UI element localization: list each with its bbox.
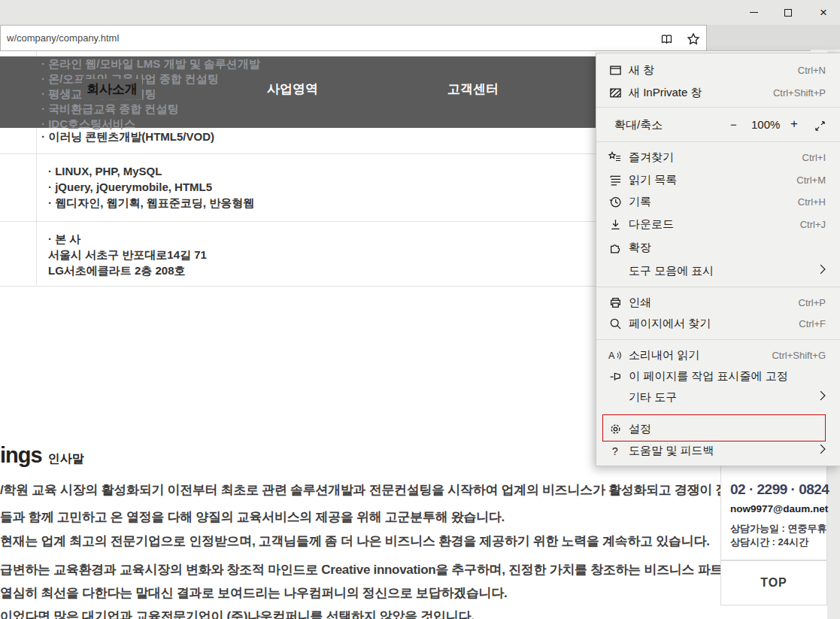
add-favorite-button[interactable] — [684, 29, 703, 48]
office-address2: LG서초에클라트 2층 208호 — [48, 264, 186, 278]
reading-list-icon — [608, 173, 622, 187]
greeting-title-en: ings — [0, 443, 42, 468]
menu-shortcut: Ctrl+M — [796, 174, 826, 186]
greeting-heading: ings 인사말 — [0, 443, 84, 468]
new-window-icon — [608, 63, 622, 77]
menu-label: 설정 — [629, 422, 651, 436]
tech-item: · jQuery, jQuerymobile, HTML5 — [48, 181, 212, 193]
service-item: · 온라인 웹/모바일 LMS 개발 및 솔루션개발 — [41, 57, 260, 71]
read-aloud-icon: A — [608, 348, 622, 362]
menu-item-read-aloud[interactable]: A 소리내어 읽기 Ctrl+Shift+G — [596, 344, 840, 366]
menu-divider — [596, 287, 840, 287]
help-question-icon: ? — [608, 444, 622, 457]
menu-item-more-tools[interactable]: 기타 도구 — [596, 386, 840, 408]
contact-email[interactable]: now9977@daum.net — [730, 503, 828, 514]
menu-item-pin-to-taskbar[interactable]: 이 페이지를 작업 표시줄에 고정 — [596, 365, 840, 387]
menu-item-history[interactable]: 기록 Ctrl+H — [596, 190, 840, 213]
nav-item-company[interactable]: 회사소개 — [82, 79, 142, 99]
minimize-button[interactable] — [737, 0, 770, 25]
greeting-paragraph: /학원 교육 시장의 활성화되기 이전부터 최초로 관련 솔루션개발과 전문컨설… — [0, 481, 757, 499]
extensions-puzzle-icon — [608, 241, 622, 254]
contact-phone: 02 · 2299 · 0824 — [730, 481, 829, 498]
menu-label: 소리내어 읽기 — [629, 348, 699, 363]
menu-item-settings[interactable]: 설정 — [596, 417, 840, 440]
reading-view-button[interactable] — [657, 29, 676, 48]
menu-shortcut: Ctrl+I — [802, 152, 826, 163]
history-clock-icon — [608, 195, 622, 208]
search-icon — [608, 317, 622, 330]
menu-divider — [596, 339, 840, 340]
fullscreen-icon[interactable] — [813, 119, 826, 132]
menu-item-print[interactable]: 인쇄 Ctrl+P — [596, 291, 840, 314]
menu-label: 즐겨찾기 — [629, 150, 674, 165]
greeting-paragraph: 이었다면 많은 대기업과 교육전문기업이 (주)나우컴퍼니를 선택하지 않았을 … — [0, 608, 475, 619]
menu-shortcut: Ctrl+Shift+G — [772, 350, 826, 361]
menu-item-zoom: 확대/축소 − 100% + — [596, 114, 840, 136]
zoom-out-button[interactable]: − — [730, 118, 737, 131]
download-icon — [608, 217, 622, 231]
menu-label: 이 페이지를 작업 표시줄에 고정 — [629, 369, 788, 384]
svg-text:?: ? — [611, 445, 617, 457]
zoom-label: 확대/축소 — [614, 118, 663, 132]
tech-item: · LINUX, PHP, MySQL — [48, 165, 162, 178]
service-item: · 이러닝 콘텐츠개발(HTML5/VOD) — [41, 130, 214, 144]
nav-item-business[interactable]: 사업영역 — [262, 79, 323, 99]
contact-panel: 02 · 2299 · 0824 now9977@daum.net 상담가능일 … — [720, 466, 827, 560]
minimize-icon — [750, 12, 758, 13]
menu-label: 읽기 목록 — [629, 173, 677, 187]
menu-label: 도움말 및 피드백 — [629, 444, 714, 458]
gear-icon — [608, 422, 622, 435]
address-bar[interactable]: w/company/company.html — [0, 25, 707, 51]
url-text[interactable]: w/company/company.html — [7, 32, 119, 44]
inprivate-icon — [608, 86, 622, 99]
menu-shortcut: Ctrl+H — [798, 196, 826, 208]
menu-item-extensions[interactable]: 확장 — [596, 236, 840, 259]
zoom-in-button[interactable]: + — [790, 117, 798, 132]
menu-shortcut: Ctrl+J — [800, 219, 826, 230]
maximize-icon — [784, 9, 792, 17]
greeting-title-ko: 인사말 — [48, 451, 84, 467]
office-title: · 본 사 — [48, 232, 80, 247]
book-icon — [660, 33, 674, 45]
edge-more-menu: 새 창 Ctrl+N 새 InPrivate 창 Ctrl+Shift+P 확대… — [596, 53, 840, 466]
menu-item-show-in-toolbar[interactable]: 도구 모음에 표시 — [596, 259, 840, 282]
menu-item-new-window[interactable]: 새 창 Ctrl+N — [596, 59, 840, 81]
svg-text:A: A — [608, 350, 615, 361]
menu-label: 도구 모음에 표시 — [629, 264, 714, 278]
menu-label: 인쇄 — [629, 296, 651, 310]
greeting-paragraph: 현재는 업계 최고의 전문기업으로 인정받으며, 고객님들께 좀 더 나은 비즈… — [0, 533, 710, 550]
menu-item-favorites[interactable]: 즐겨찾기 Ctrl+I — [596, 146, 840, 168]
maximize-button[interactable] — [772, 0, 805, 25]
menu-shortcut: Ctrl+P — [799, 297, 826, 308]
menu-divider — [596, 141, 840, 142]
menu-label: 기록 — [629, 195, 651, 209]
menu-label: 페이지에서 찾기 — [629, 317, 711, 331]
menu-label: 다운로드 — [629, 217, 674, 232]
printer-icon — [608, 296, 622, 309]
menu-item-find-on-page[interactable]: 페이지에서 찾기 Ctrl+F — [596, 312, 840, 335]
menu-item-downloads[interactable]: 다운로드 Ctrl+J — [596, 213, 840, 235]
chevron-right-icon — [818, 264, 827, 278]
menu-item-help-feedback[interactable]: ? 도움말 및 피드백 — [596, 439, 840, 462]
menu-item-inprivate-window[interactable]: 새 InPrivate 창 Ctrl+Shift+P — [596, 81, 840, 104]
title-bar: × — [0, 0, 840, 25]
service-item: · 국비환급교육 종합 컨설팅 — [41, 102, 179, 117]
nav-item-customer[interactable]: 고객센터 — [443, 79, 503, 99]
tech-item: · 웹디자인, 웹기획, 웹표준코딩, 반응형웹 — [48, 196, 254, 211]
menu-label: 새 InPrivate 창 — [629, 86, 702, 100]
menu-item-reading-list[interactable]: 읽기 목록 Ctrl+M — [596, 168, 840, 191]
contact-hours: 상담시간 : 24시간 — [730, 536, 808, 549]
close-icon: × — [820, 6, 827, 19]
chevron-right-icon — [818, 390, 827, 404]
service-item: · IDC호스팅서비스 — [41, 117, 135, 132]
contact-days: 상담가능일 : 연중무휴 — [730, 522, 827, 536]
menu-label: 새 창 — [629, 63, 654, 77]
menu-shortcut: Ctrl+F — [799, 318, 826, 329]
chevron-right-icon — [818, 444, 827, 457]
close-button[interactable]: × — [807, 0, 840, 25]
browser-toolbar: w/company/company.html — [0, 25, 840, 51]
scroll-to-top-button[interactable]: TOP — [720, 560, 827, 605]
greeting-paragraph: 열심히 최선을 다한다는 말대신 결과로 보여드리는 나우컴퍼니의 정신으로 보… — [0, 584, 507, 602]
zoom-value: 100% — [751, 118, 780, 131]
menu-shortcut: Ctrl+Shift+P — [773, 87, 826, 99]
